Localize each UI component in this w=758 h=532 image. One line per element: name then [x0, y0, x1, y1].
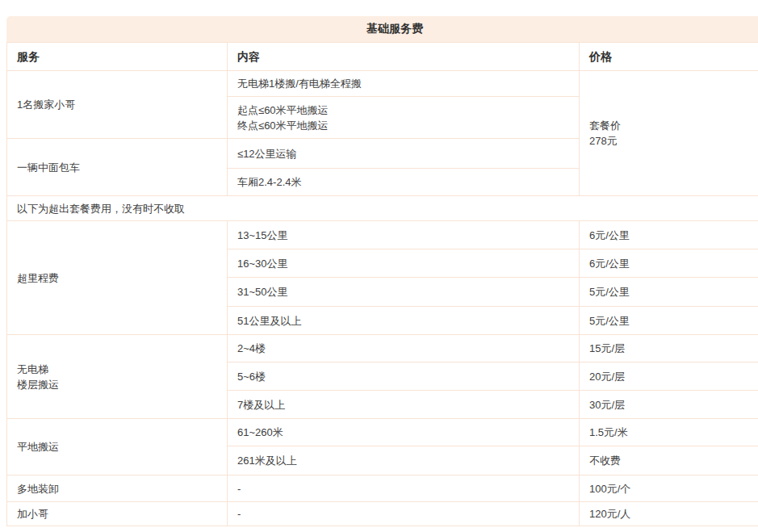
price-cell: 5元/公里 [580, 278, 758, 307]
content-cell: 起点≤60米平地搬运 终点≤60米平地搬运 [228, 97, 580, 139]
content-cell: 5~6楼 [228, 362, 580, 391]
content-cell: 261米及以上 [228, 446, 580, 475]
service-cell: 多地装卸 [7, 475, 228, 502]
page: 基础服务费 服务 内容 价格 1名搬家小哥 无电梯1楼搬/有电梯全程搬 套餐价 … [0, 0, 758, 532]
content-cell: 7楼及以上 [228, 391, 580, 419]
service-cell: 超里程费 [7, 221, 228, 335]
price-cell: 6元/公里 [580, 221, 758, 249]
price-cell: 6元/公里 [580, 249, 758, 278]
content-cell: 13~15公里 [228, 221, 580, 249]
price-cell: 5元/公里 [580, 307, 758, 335]
content-cell: 61~260米 [228, 419, 580, 446]
table-header-row: 服务 内容 价格 [7, 43, 758, 71]
table-row: 1名搬家小哥 无电梯1楼搬/有电梯全程搬 套餐价 278元 [7, 71, 758, 97]
content-cell: 2~4楼 [228, 335, 580, 362]
content-cell: 51公里及以上 [228, 307, 580, 335]
column-header-price: 价格 [580, 43, 758, 71]
table-row: 多地装卸 - 100元/个 [7, 475, 758, 502]
table-row: 加小哥 - 120元/人 [7, 502, 758, 526]
content-cell: 无电梯1楼搬/有电梯全程搬 [228, 71, 580, 97]
service-cell: 一辆中面包车 [7, 139, 228, 196]
price-cell: 30元/层 [580, 391, 758, 419]
package-price-cell: 套餐价 278元 [580, 71, 758, 196]
price-cell: 100元/个 [580, 475, 758, 502]
table-row: 超里程费 13~15公里 6元/公里 [7, 221, 758, 249]
service-cell: 无电梯 楼层搬运 [7, 335, 228, 419]
service-cell: 1名搬家小哥 [7, 71, 228, 139]
content-cell: - [228, 502, 580, 526]
table-title-band: 基础服务费 [6, 16, 758, 42]
price-cell: 不收费 [580, 446, 758, 475]
table-row: 平地搬运 61~260米 1.5元/米 [7, 419, 758, 446]
notice-text: 以下为超出套餐费用，没有时不收取 [7, 196, 758, 221]
price-cell: 1.5元/米 [580, 419, 758, 446]
price-cell: 15元/层 [580, 335, 758, 362]
table-title: 基础服务费 [366, 22, 423, 36]
price-cell: 120元/人 [580, 502, 758, 526]
content-cell: 16~30公里 [228, 249, 580, 278]
service-cell: 平地搬运 [7, 419, 228, 475]
content-cell: ≤12公里运输 [228, 139, 580, 169]
content-cell: 31~50公里 [228, 278, 580, 307]
pricing-table-grid: 服务 内容 价格 1名搬家小哥 无电梯1楼搬/有电梯全程搬 套餐价 278元 起… [6, 42, 758, 526]
table-row: 无电梯 楼层搬运 2~4楼 15元/层 [7, 335, 758, 362]
price-cell: 20元/层 [580, 362, 758, 391]
service-cell: 加小哥 [7, 502, 228, 526]
content-cell: - [228, 475, 580, 502]
column-header-service: 服务 [7, 43, 228, 71]
content-cell: 车厢2.4-2.4米 [228, 169, 580, 196]
notice-row: 以下为超出套餐费用，没有时不收取 [7, 196, 758, 221]
column-header-content: 内容 [228, 43, 580, 71]
pricing-table: 基础服务费 服务 内容 价格 1名搬家小哥 无电梯1楼搬/有电梯全程搬 套餐价 … [6, 16, 758, 526]
